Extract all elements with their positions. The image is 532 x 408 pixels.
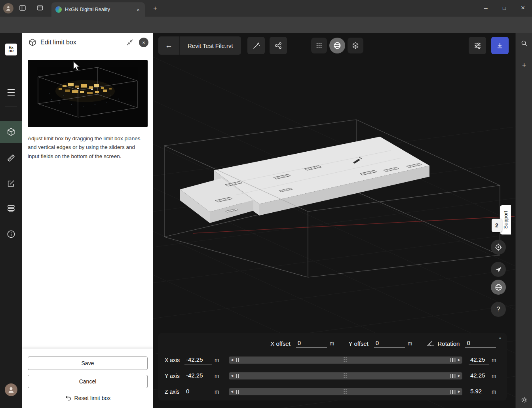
view-mode-point-cloud-button[interactable] — [311, 38, 327, 53]
file-name: Revit Test File.rvt — [180, 42, 241, 49]
save-button[interactable]: Save — [28, 357, 148, 370]
crosshair-icon — [494, 243, 502, 251]
locate-button[interactable] — [491, 240, 506, 255]
rotation-label: Rotation — [438, 340, 460, 347]
x-axis-slider[interactable]: ◀ ▶ — [229, 357, 462, 364]
rail-item-measure[interactable] — [0, 150, 22, 166]
download-icon — [496, 42, 504, 49]
menu-hamburger-icon[interactable] — [0, 88, 22, 97]
close-window-button[interactable]: × — [514, 0, 532, 16]
slider-handle[interactable] — [344, 373, 348, 379]
view-mode-textured-button[interactable] — [329, 38, 345, 53]
paper-plane-icon — [495, 266, 502, 273]
globe-icon — [495, 284, 502, 291]
browser-window: HxGN Digital Reality × + ─ □ × ← https:/… — [0, 0, 532, 408]
reset-limit-box-button[interactable]: Reset limit box — [28, 393, 148, 403]
panel-footer: Save Cancel Reset limit box — [22, 349, 153, 408]
x-axis-label: X axis — [165, 357, 184, 363]
edge-sidebar: + — [515, 33, 532, 408]
workspaces-icon[interactable] — [19, 4, 26, 11]
z-axis-max-input[interactable]: 5.92 — [469, 387, 489, 396]
user-avatar[interactable] — [0, 383, 22, 396]
browser-navbar: ← https://realitycloudstudio.hxdr.app/as… — [0, 17, 532, 33]
ruler-icon — [7, 154, 15, 162]
y-axis-max-input[interactable]: 42.25 — [469, 372, 489, 380]
offset-row: X offset 0 m Y offset 0 m Rotation 0 ° — [158, 335, 507, 352]
point-cloud-icon — [315, 42, 323, 49]
z-axis-min-input[interactable]: 0 — [184, 387, 212, 396]
help-button[interactable]: ? — [491, 302, 506, 317]
info-icon — [7, 230, 15, 238]
limit-box-controls: X offset 0 m Y offset 0 m Rotation 0 ° X… — [158, 333, 507, 400]
tab-actions-icon[interactable] — [36, 4, 44, 11]
rail-item-annotate[interactable] — [0, 175, 22, 191]
browser-tab-strip: HxGN Digital Reality × + ─ □ × — [0, 0, 532, 17]
viewport-3d: ← Revit Test File.rvt — [153, 33, 515, 408]
download-button[interactable] — [491, 37, 509, 54]
limit-box-preview — [28, 60, 148, 127]
share-icon — [275, 42, 282, 49]
cube-icon — [7, 128, 15, 136]
x-offset-unit: m — [330, 340, 334, 347]
rail-item-limit-box[interactable] — [0, 121, 22, 143]
mesh-cube-icon — [352, 42, 359, 49]
tab-close-icon[interactable]: × — [135, 6, 142, 13]
panel-header: Edit limit box × — [22, 33, 153, 51]
magic-wand-icon — [253, 42, 260, 50]
view-mode-mesh-button[interactable] — [348, 38, 363, 53]
cube-icon — [28, 38, 36, 46]
person-icon — [7, 386, 15, 394]
z-axis-label: Z axis — [165, 389, 184, 395]
z-axis-slider[interactable]: ◀ ▶ — [229, 388, 462, 395]
mouse-cursor — [73, 61, 80, 71]
viewport-back-button[interactable]: ← — [158, 36, 180, 55]
rotation-unit: ° — [499, 336, 501, 343]
y-offset-label: Y offset — [349, 340, 369, 347]
x-axis-max-input[interactable]: 42.25 — [469, 356, 489, 364]
maximize-button[interactable]: □ — [495, 0, 513, 16]
y-axis-label: Y axis — [165, 373, 184, 379]
rail-divider — [5, 107, 17, 107]
globe-mode-button[interactable] — [491, 280, 506, 295]
new-tab-button[interactable]: + — [150, 4, 160, 13]
rotation-input[interactable]: 0 — [465, 339, 496, 348]
layers-icon — [7, 204, 15, 213]
y-offset-unit: m — [408, 340, 412, 347]
edit-limit-box-panel: Edit limit box × — [22, 33, 153, 408]
site-favicon — [55, 6, 62, 13]
tune-sliders-icon — [474, 42, 481, 50]
x-axis-row: X axis -42.25 m ◀ ▶ 42.25 m — [158, 352, 507, 368]
slider-handle[interactable] — [344, 389, 348, 395]
z-axis-row: Z axis 0 m ◀ ▶ 5.92 m — [158, 384, 507, 400]
file-titlebar: ← Revit Test File.rvt — [158, 36, 241, 55]
close-panel-icon[interactable]: × — [139, 38, 148, 47]
cancel-button[interactable]: Cancel — [28, 375, 148, 388]
y-axis-row: Y axis -42.25 m ◀ ▶ 42.25 m — [158, 368, 507, 384]
x-offset-input[interactable]: 0 — [296, 339, 327, 348]
browser-profile-avatar[interactable] — [3, 3, 13, 13]
edit-icon — [7, 179, 15, 188]
share-button[interactable] — [270, 37, 287, 54]
panel-title: Edit limit box — [40, 39, 121, 46]
rotation-angle-icon — [427, 340, 435, 347]
panel-body: Adjust limit box by dragging the limit b… — [22, 51, 153, 349]
collapse-panel-icon[interactable] — [125, 37, 135, 48]
rail-item-layers[interactable] — [0, 200, 22, 216]
hxdr-logo[interactable]: Hx DR — [0, 44, 22, 55]
rail-item-info[interactable] — [0, 226, 22, 242]
magic-wand-button[interactable] — [247, 37, 265, 54]
nav-2d-button[interactable]: 2 — [492, 219, 502, 232]
minimize-button[interactable]: ─ — [477, 0, 495, 16]
y-axis-min-input[interactable]: -42.25 — [184, 372, 212, 380]
textured-sphere-icon — [333, 42, 341, 50]
sidebar-settings-gear-icon[interactable] — [516, 393, 532, 406]
y-offset-input[interactable]: 0 — [374, 339, 405, 348]
browser-tab[interactable]: HxGN Digital Reality × — [51, 2, 145, 17]
navigation-button[interactable] — [491, 262, 506, 277]
y-axis-slider[interactable]: ◀ ▶ — [229, 372, 462, 379]
slider-handle[interactable] — [344, 357, 348, 363]
view-settings-button[interactable] — [469, 37, 486, 54]
x-axis-min-input[interactable]: -42.25 — [184, 356, 212, 364]
sidebar-search-icon[interactable] — [516, 36, 532, 50]
sidebar-add-icon[interactable]: + — [516, 59, 532, 72]
